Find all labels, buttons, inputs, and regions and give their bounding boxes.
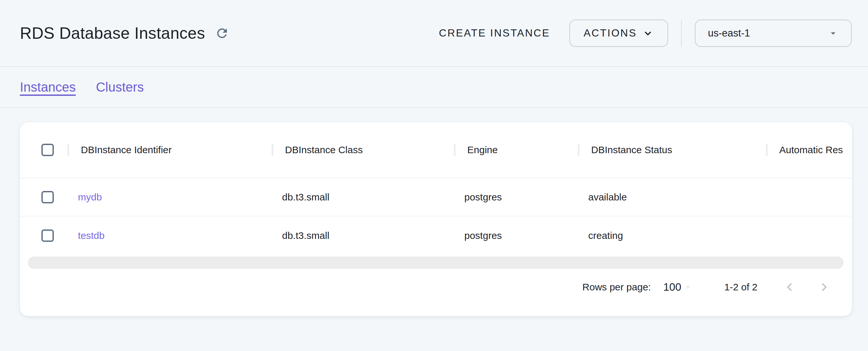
actions-button-label: ACTIONS bbox=[584, 27, 637, 39]
column-divider bbox=[578, 144, 580, 156]
horizontal-scrollbar bbox=[20, 255, 852, 275]
horizontal-scrollbar-thumb[interactable] bbox=[28, 256, 843, 269]
table-header-row: DBInstance Identifier DBInstance Class E… bbox=[20, 122, 852, 178]
actions-button[interactable]: ACTIONS bbox=[569, 20, 668, 47]
column-header-dbinstance-class[interactable]: DBInstance Class bbox=[285, 145, 363, 155]
tab-instances[interactable]: Instances bbox=[20, 80, 76, 95]
table-pagination: Rows per page: 100 1-2 of 2 bbox=[20, 275, 852, 316]
table-row-mydb: mydb db.t3.small postgres available bbox=[20, 178, 852, 216]
page-title: RDS Database Instances bbox=[20, 24, 205, 43]
column-divider bbox=[67, 144, 69, 156]
instances-table-card: DBInstance Identifier DBInstance Class E… bbox=[20, 122, 852, 316]
cell-class: db.t3.small bbox=[272, 230, 454, 241]
rows-per-page-label: Rows per page: bbox=[582, 282, 651, 293]
header-checkbox-cell bbox=[20, 144, 67, 156]
cell-engine: postgres bbox=[454, 192, 578, 203]
pagination-range: 1-2 of 2 bbox=[724, 282, 757, 293]
row-checkbox-cell bbox=[20, 229, 67, 242]
rows-per-page-select[interactable]: 100 bbox=[663, 281, 681, 293]
dropdown-arrow-icon bbox=[683, 282, 693, 292]
rows-per-page-dropdown[interactable] bbox=[683, 282, 693, 292]
refresh-button[interactable] bbox=[215, 26, 229, 40]
row-checkbox[interactable] bbox=[41, 191, 54, 203]
column-header-dbinstance-identifier[interactable]: DBInstance Identifier bbox=[81, 145, 172, 155]
instance-link-testdb[interactable]: testdb bbox=[78, 230, 105, 241]
column-header-dbinstance-status[interactable]: DBInstance Status bbox=[591, 145, 672, 155]
rds-instances-page: RDS Database Instances CREATE INSTANCE A… bbox=[0, 0, 868, 316]
column-header-automatic-res[interactable]: Automatic Res bbox=[779, 145, 843, 155]
toolbar-divider bbox=[681, 20, 682, 47]
cell-class: db.t3.small bbox=[272, 192, 454, 203]
instance-link-mydb[interactable]: mydb bbox=[78, 192, 102, 202]
dropdown-arrow-icon bbox=[828, 28, 839, 39]
column-divider bbox=[454, 144, 456, 156]
header-cell: DBInstance Class bbox=[272, 144, 454, 156]
row-checkbox[interactable] bbox=[41, 229, 54, 242]
select-all-checkbox[interactable] bbox=[41, 144, 54, 156]
region-selector[interactable]: us-east-1 bbox=[695, 20, 852, 47]
next-page-button[interactable] bbox=[817, 280, 831, 294]
tabs-bar: Instances Clusters bbox=[0, 67, 868, 108]
row-checkbox-cell bbox=[20, 191, 67, 203]
chevron-down-icon bbox=[642, 27, 654, 39]
page-header: RDS Database Instances CREATE INSTANCE A… bbox=[0, 0, 868, 67]
header-cell: Automatic Res bbox=[766, 144, 852, 156]
refresh-icon bbox=[215, 26, 229, 40]
region-selector-value: us-east-1 bbox=[708, 27, 750, 39]
column-divider bbox=[272, 144, 273, 156]
tab-clusters[interactable]: Clusters bbox=[96, 80, 144, 95]
cell-status: creating bbox=[578, 230, 766, 241]
cell-identifier: testdb bbox=[67, 230, 272, 241]
column-divider bbox=[766, 144, 768, 156]
table-row-testdb: testdb db.t3.small postgres creating bbox=[20, 216, 852, 255]
create-instance-button[interactable]: CREATE INSTANCE bbox=[439, 27, 550, 39]
chevron-left-icon bbox=[783, 281, 796, 294]
chevron-right-icon bbox=[817, 281, 831, 294]
column-header-engine[interactable]: Engine bbox=[467, 145, 498, 155]
header-cell: DBInstance Status bbox=[578, 144, 766, 156]
header-cell: Engine bbox=[454, 144, 578, 156]
cell-status: available bbox=[578, 192, 766, 203]
toolbar: CREATE INSTANCE ACTIONS us-east-1 bbox=[439, 20, 852, 47]
cell-identifier: mydb bbox=[67, 192, 272, 203]
cell-engine: postgres bbox=[454, 230, 578, 241]
previous-page-button[interactable] bbox=[782, 280, 797, 294]
header-cell: DBInstance Identifier bbox=[67, 144, 272, 156]
